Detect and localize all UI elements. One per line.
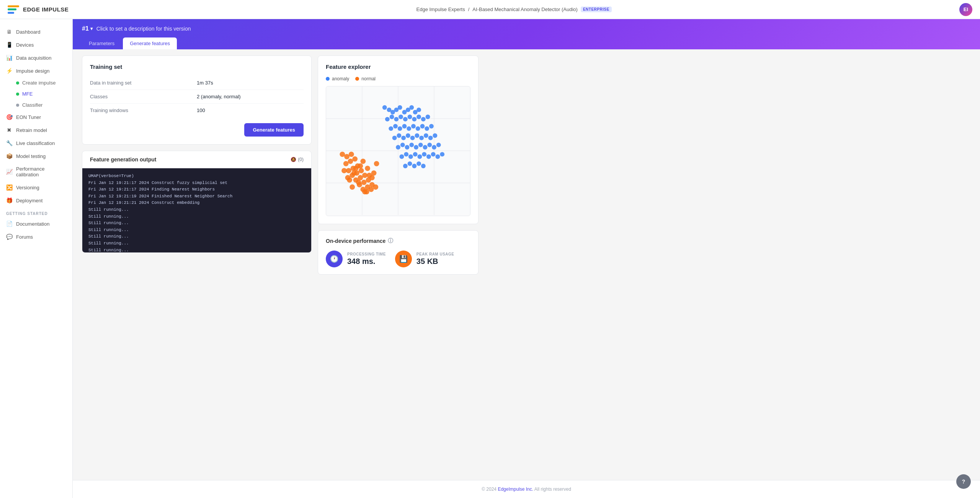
devices-icon: 📱 <box>6 42 12 48</box>
avatar[interactable]: EI <box>959 3 972 16</box>
versioning-icon: 🔀 <box>6 184 12 190</box>
svg-point-106 <box>360 159 366 164</box>
svg-point-26 <box>389 126 393 131</box>
create-impulse-dot <box>16 81 19 85</box>
svg-point-25 <box>426 115 430 119</box>
svg-point-107 <box>365 166 370 171</box>
svg-point-32 <box>416 126 420 131</box>
svg-point-47 <box>400 143 405 147</box>
breadcrumb-org[interactable]: Edge Impulse Experts <box>416 7 465 12</box>
right-column: Feature explorer anomaly normal <box>318 55 479 474</box>
svg-point-50 <box>414 145 418 150</box>
version-description[interactable]: Click to set a description for this vers… <box>96 26 191 32</box>
svg-point-98 <box>353 166 359 171</box>
sidebar-sub: Create impulse MFE Classifier <box>0 77 72 111</box>
svg-point-66 <box>403 164 408 168</box>
svg-point-24 <box>421 117 426 122</box>
retrain-icon: ✖ <box>6 127 12 133</box>
sidebar-item-data-acquisition[interactable]: 📊 Data acquisition <box>0 51 72 64</box>
svg-point-105 <box>356 180 361 185</box>
processing-time-label: PROCESSING TIME <box>347 252 386 256</box>
sidebar-item-create-impulse[interactable]: Create impulse <box>16 77 72 88</box>
sidebar-label-eon-tuner: EON Tuner <box>16 114 41 120</box>
sidebar-item-impulse-design[interactable]: ⚡ Impulse design <box>0 64 72 77</box>
svg-point-62 <box>426 155 431 159</box>
enterprise-badge: ENTERPRISE <box>581 7 612 12</box>
sidebar-item-retrain-model[interactable]: ✖ Retrain model <box>0 124 72 137</box>
sidebar-item-dashboard[interactable]: 🖥 Dashboard <box>0 25 72 38</box>
model-testing-icon: 📦 <box>6 153 12 159</box>
perf-card-body: On-device performance ⓘ 🕐 PROCESSING TIM… <box>318 231 478 274</box>
sidebar-item-devices[interactable]: 📱 Devices <box>0 38 72 51</box>
sidebar-label-retrain: Retrain model <box>16 127 47 133</box>
version-number: #1 <box>82 25 89 32</box>
output-log[interactable]: UMAP(verbose=True)Fri Jan 12 19:21:17 20… <box>82 168 311 252</box>
svg-point-94 <box>373 184 378 190</box>
sidebar-item-deployment[interactable]: 🎁 Deployment <box>0 194 72 207</box>
tab-generate-features[interactable]: Generate features <box>123 37 177 49</box>
svg-point-43 <box>424 133 428 138</box>
svg-point-33 <box>420 124 425 129</box>
breadcrumb-separator: / <box>468 7 470 12</box>
sidebar-item-versioning[interactable]: 🔀 Versioning <box>0 181 72 194</box>
perf-metric-peak-ram: 💾 PEAK RAM USAGE 35 KB <box>395 251 454 267</box>
field-label-classes: Classes <box>90 90 197 104</box>
svg-point-45 <box>433 133 437 138</box>
svg-point-57 <box>404 152 408 156</box>
table-row: Training windows 100 <box>90 104 304 117</box>
legend: anomaly normal <box>326 76 470 81</box>
classifier-dot <box>16 104 19 107</box>
table-row: Data in training set 1m 37s <box>90 76 304 90</box>
sidebar-item-model-testing[interactable]: 📦 Model testing <box>0 150 72 163</box>
svg-point-59 <box>413 152 418 156</box>
svg-point-19 <box>399 115 403 119</box>
sidebar-label-versioning: Versioning <box>16 185 39 190</box>
help-button[interactable]: ? <box>956 474 971 489</box>
sidebar-item-forums[interactable]: 💬 Forums <box>0 230 72 243</box>
svg-point-36 <box>392 136 397 140</box>
processing-time-value: 348 ms. <box>347 257 386 266</box>
sidebar-label-deployment: Deployment <box>16 198 42 203</box>
content-area: Training set Data in training set 1m 37s… <box>73 49 980 480</box>
peak-ram-value: 35 KB <box>416 257 454 266</box>
training-set-title: Training set <box>90 63 304 70</box>
svg-point-97 <box>350 184 355 190</box>
svg-point-44 <box>428 136 433 140</box>
footer-rights: All rights reserved <box>534 487 571 492</box>
svg-point-51 <box>418 143 423 147</box>
breadcrumb: Edge Impulse Experts / AI-Based Mechanic… <box>416 7 612 12</box>
svg-point-15 <box>416 107 421 112</box>
svg-point-10 <box>398 105 402 110</box>
svg-point-67 <box>408 161 412 166</box>
breadcrumb-project: AI-Based Mechanical Anomaly Detector (Au… <box>472 7 578 12</box>
sidebar-label-documentation: Documentation <box>16 221 49 227</box>
impulse-design-icon: ⚡ <box>6 68 12 74</box>
left-column: Training set Data in training set 1m 37s… <box>82 55 312 474</box>
sidebar-item-live-classification[interactable]: 🔧 Live classification <box>0 137 72 150</box>
sidebar-item-eon-tuner[interactable]: 🎯 EON Tuner <box>0 111 72 124</box>
chevron-down-icon: ▾ <box>90 26 93 31</box>
generate-features-button[interactable]: Generate features <box>244 123 304 137</box>
tab-parameters[interactable]: Parameters <box>82 37 121 49</box>
svg-point-42 <box>419 136 424 140</box>
svg-point-95 <box>341 168 347 173</box>
version-badge[interactable]: #1 ▾ <box>82 25 93 32</box>
sidebar-item-performance-calibration[interactable]: 📈 Performance calibration <box>0 163 72 181</box>
sidebar-label-forums: Forums <box>16 234 33 240</box>
sidebar-item-documentation[interactable]: 📄 Documentation <box>0 217 72 230</box>
svg-point-46 <box>396 145 400 150</box>
deployment-icon: 🎁 <box>6 197 12 203</box>
footer-link[interactable]: EdgeImpulse Inc. <box>498 487 533 492</box>
svg-point-52 <box>423 145 428 150</box>
legend-dot-anomaly <box>326 77 330 81</box>
sidebar-item-mfe[interactable]: MFE <box>16 88 72 99</box>
feature-explorer-body: Feature explorer anomaly normal <box>318 56 478 224</box>
sidebar-item-classifier[interactable]: Classifier <box>16 99 72 111</box>
mfe-dot <box>16 93 19 96</box>
version-header: #1 ▾ Click to set a description for this… <box>73 19 980 49</box>
perf-metric-processing-time: 🕐 PROCESSING TIME 348 ms. <box>326 251 386 267</box>
data-acquisition-icon: 📊 <box>6 55 12 61</box>
svg-point-99 <box>358 163 363 169</box>
svg-point-22 <box>412 117 416 122</box>
svg-point-69 <box>416 161 421 166</box>
